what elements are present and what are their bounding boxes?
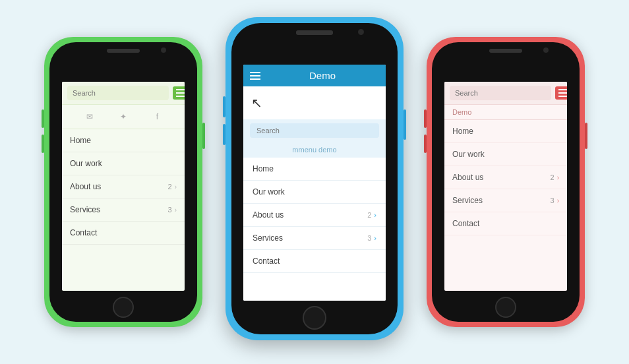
screen-center: Demo ↖ mmenu demo Home O	[243, 65, 386, 301]
facebook-icon[interactable]: f	[150, 110, 164, 123]
vol-up-left	[42, 109, 44, 128]
vol-down-center	[223, 124, 225, 145]
list-item[interactable]: Our work	[444, 143, 567, 166]
list-item[interactable]: Our work	[243, 181, 386, 204]
power-right	[585, 123, 587, 149]
chevron-icon: ›	[175, 206, 177, 214]
chevron-icon: ›	[374, 211, 376, 219]
menu-items-center: Home Our work About us 2 › Services	[243, 158, 386, 301]
list-item[interactable]: Home	[444, 120, 567, 143]
camera-right	[543, 47, 549, 53]
list-item[interactable]: Contact	[243, 250, 386, 273]
speaker-right	[489, 49, 522, 53]
email-icon[interactable]: ✉	[83, 110, 96, 123]
blue-header: Demo	[243, 65, 386, 86]
screen-right: Demo Home Our work About us 2 ›	[444, 82, 567, 291]
vol-up-right	[424, 109, 427, 128]
search-input-right[interactable]	[450, 86, 551, 100]
screen-left: ✉ ✦ f Home Our work About us 2	[62, 82, 185, 291]
vol-down-left	[42, 135, 44, 153]
list-item[interactable]: Contact	[62, 222, 185, 245]
search-input-left[interactable]	[67, 86, 169, 100]
cursor-area: ↖	[243, 86, 386, 119]
list-item[interactable]: Services 3 ›	[444, 189, 567, 212]
demo-label-right: Demo	[444, 105, 567, 120]
list-item[interactable]: About us 2 ›	[243, 204, 386, 227]
home-btn-right[interactable]	[495, 297, 516, 318]
camera-left	[161, 47, 166, 53]
camera-center	[358, 29, 364, 35]
list-item[interactable]: Services 3 ›	[243, 227, 386, 250]
phone-left: ✉ ✦ f Home Our work About us 2	[44, 37, 202, 327]
menu-green: ✉ ✦ f Home Our work About us 2	[62, 82, 185, 291]
vol-up-center	[223, 96, 225, 117]
vol-down-right	[424, 135, 427, 153]
hamburger-center[interactable]	[250, 72, 260, 80]
menu-items-left: Home Our work About us 2 › Services	[62, 129, 185, 291]
search-input-center[interactable]	[250, 123, 379, 138]
list-item[interactable]: About us 2 ›	[444, 166, 567, 189]
list-item[interactable]: Home	[243, 158, 386, 181]
menu-blue: Demo ↖ mmenu demo Home O	[243, 65, 386, 301]
hamburger-right[interactable]	[555, 86, 567, 100]
home-btn-left[interactable]	[113, 297, 134, 318]
chevron-icon: ›	[557, 174, 559, 181]
speaker-center	[296, 30, 333, 35]
hamburger-left[interactable]	[173, 86, 185, 100]
cursor-icon: ↖	[251, 95, 262, 111]
chevron-icon: ›	[557, 197, 559, 204]
menu-items-right: Home Our work About us 2 › Services	[444, 120, 567, 291]
blue-search-bar	[243, 119, 386, 142]
list-item[interactable]: About us 2 ›	[62, 175, 185, 198]
speaker-left	[107, 49, 140, 53]
scene: ✉ ✦ f Home Our work About us 2	[31, 11, 598, 353]
home-btn-center[interactable]	[303, 306, 326, 330]
power-left	[202, 123, 205, 149]
chevron-icon: ›	[175, 183, 177, 191]
twitter-icon[interactable]: ✦	[117, 110, 130, 123]
list-item[interactable]: Contact	[444, 212, 567, 235]
list-item[interactable]: Home	[62, 129, 185, 152]
list-item[interactable]: Services 3 ›	[62, 198, 185, 222]
phone-right: Demo Home Our work About us 2 ›	[427, 37, 585, 327]
social-icons-left: ✉ ✦ f	[62, 105, 185, 129]
menu-pink: Demo Home Our work About us 2 ›	[444, 82, 567, 291]
power-center	[404, 109, 406, 140]
header-title: Demo	[266, 70, 379, 81]
phone-center: Demo ↖ mmenu demo Home O	[225, 17, 404, 340]
chevron-icon: ›	[374, 234, 376, 242]
demo-label-center: mmenu demo	[243, 142, 386, 158]
list-item[interactable]: Our work	[62, 152, 185, 175]
